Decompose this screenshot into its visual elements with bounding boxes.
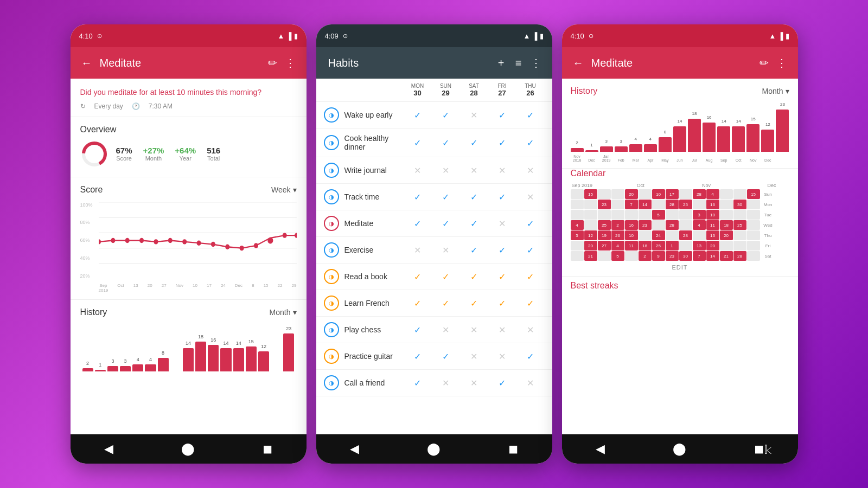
filter-icon-2[interactable]: ≡ — [510, 57, 527, 69]
check-3-0[interactable]: ✓ — [404, 192, 432, 202]
edit-icon-1[interactable]: ✏ — [264, 56, 282, 69]
habit-row-3[interactable]: ◑Track time✓✓✓✓✕ — [316, 184, 552, 210]
check-4-1[interactable]: ✓ — [432, 219, 460, 229]
back-btn-1[interactable]: ◀ — [104, 442, 113, 456]
check-0-4[interactable]: ✓ — [516, 110, 545, 120]
history-dropdown-3[interactable]: Month ▾ — [762, 87, 789, 95]
habit-row-10[interactable]: ◑Call a friend✓✕✕✓✕ — [316, 370, 552, 396]
check-1-0[interactable]: ✓ — [404, 138, 432, 148]
home-btn-2[interactable]: ⬤ — [427, 442, 441, 456]
check-10-4[interactable]: ✕ — [516, 378, 545, 388]
check-1-4[interactable]: ✓ — [516, 138, 545, 148]
back-icon-1[interactable]: ← — [78, 57, 95, 69]
habit-row-6[interactable]: ◑Read a book✓✓✓✓✓ — [316, 264, 552, 290]
check-2-2[interactable]: ✕ — [460, 165, 488, 176]
num-mon: 30 — [404, 89, 432, 97]
back-btn-2[interactable]: ◀ — [350, 442, 359, 456]
habit-row-9[interactable]: ◑Practice guitar✓✓✕✕✓ — [316, 343, 552, 370]
check-6-3[interactable]: ✓ — [488, 272, 516, 282]
check-3-4[interactable]: ✕ — [516, 192, 545, 202]
check-5-1[interactable]: ✕ — [432, 245, 460, 255]
check-3-3[interactable]: ✓ — [488, 192, 516, 202]
check-4-2[interactable]: ✓ — [460, 219, 488, 229]
habit-row-2[interactable]: ◑Write journal✕✕✕✕✕ — [316, 157, 552, 184]
check-4-0[interactable]: ✓ — [404, 219, 432, 229]
check-9-3[interactable]: ✕ — [488, 351, 516, 362]
check-5-3[interactable]: ✓ — [488, 245, 516, 255]
check-2-1[interactable]: ✕ — [432, 165, 460, 176]
check-8-0[interactable]: ✓ — [404, 325, 432, 335]
check-1-3[interactable]: ✓ — [488, 138, 516, 148]
more-icon-1[interactable]: ⋮ — [282, 56, 299, 69]
habit-row-4[interactable]: ◑Meditate✓✓✓✕✓ — [316, 210, 552, 237]
history-dropdown[interactable]: Month ▾ — [270, 308, 297, 317]
check-6-1[interactable]: ✓ — [432, 272, 460, 282]
more-icon-3[interactable]: ⋮ — [773, 56, 790, 69]
check-2-4[interactable]: ✕ — [516, 165, 545, 176]
check-9-4[interactable]: ✓ — [516, 351, 545, 362]
check-8-1[interactable]: ✕ — [432, 325, 460, 335]
phone-3: 4:10 ⊙ ▲ ▐ ▮ ← Meditate ✏ ⋮ History Mont… — [562, 24, 798, 464]
check-1-1[interactable]: ✓ — [432, 138, 460, 148]
check-10-2[interactable]: ✕ — [460, 378, 488, 388]
check-4-4[interactable]: ✓ — [516, 219, 545, 229]
check-10-1[interactable]: ✕ — [432, 378, 460, 388]
stat-total: 516 Total — [207, 146, 220, 162]
cal-cell-1-4: 7 — [625, 200, 638, 209]
home-btn-3[interactable]: ⬤ — [673, 442, 686, 456]
edit-icon-3[interactable]: ✏ — [756, 56, 773, 69]
habit-row-8[interactable]: ◑Play chess✓✕✕✕✕ — [316, 317, 552, 343]
check-5-4[interactable]: ✓ — [516, 245, 545, 255]
check-2-0[interactable]: ✕ — [404, 165, 432, 176]
check-6-4[interactable]: ✓ — [516, 272, 545, 282]
check-9-1[interactable]: ✓ — [432, 351, 460, 362]
back-btn-3[interactable]: ◀ — [596, 442, 605, 456]
check-3-1[interactable]: ✓ — [432, 192, 460, 202]
check-0-3[interactable]: ✓ — [488, 110, 516, 120]
habit-row-5[interactable]: ◑Exercise✕✕✓✓✓ — [316, 237, 552, 264]
check-2-3[interactable]: ✕ — [488, 165, 516, 176]
check-5-0[interactable]: ✕ — [404, 245, 432, 255]
check-8-4[interactable]: ✕ — [516, 325, 545, 335]
home-btn-1[interactable]: ⬤ — [181, 442, 195, 456]
cal-cell-3-6 — [652, 220, 665, 230]
check-7-1[interactable]: ✓ — [432, 298, 460, 309]
check-6-2[interactable]: ✓ — [460, 272, 488, 282]
check-1-2[interactable]: ✓ — [460, 138, 488, 148]
back-icon-3[interactable]: ← — [570, 57, 587, 69]
check-7-4[interactable]: ✓ — [516, 298, 545, 309]
check-5-2[interactable]: ✓ — [460, 245, 488, 255]
check-10-3[interactable]: ✓ — [488, 378, 516, 388]
check-0-2[interactable]: ✕ — [460, 110, 488, 120]
history-section-1: History Month ▾ 21334481418161414151223 — [71, 300, 307, 376]
edit-button[interactable]: EDIT — [571, 264, 789, 271]
check-3-2[interactable]: ✓ — [460, 192, 488, 202]
check-6-0[interactable]: ✓ — [404, 272, 432, 282]
check-9-0[interactable]: ✓ — [404, 351, 432, 362]
recent-btn-1[interactable]: ◼ — [263, 442, 272, 456]
check-7-2[interactable]: ✓ — [460, 298, 488, 309]
more-icon-2[interactable]: ⋮ — [527, 56, 545, 69]
check-8-2[interactable]: ✕ — [460, 325, 488, 335]
cal-row-2: 5310Tue — [571, 210, 789, 220]
checkmark: ✓ — [470, 219, 477, 228]
score-dropdown[interactable]: Week ▾ — [271, 185, 297, 194]
check-9-2[interactable]: ✕ — [460, 351, 488, 362]
check-8-3[interactable]: ✕ — [488, 325, 516, 335]
cross: ✕ — [442, 378, 449, 388]
check-10-0[interactable]: ✓ — [404, 378, 432, 388]
habit-row-1[interactable]: ◑Cook healthy dinner✓✓✓✓✓ — [316, 129, 552, 157]
check-4-3[interactable]: ✕ — [488, 219, 516, 229]
add-icon-2[interactable]: + — [493, 57, 510, 69]
check-7-0[interactable]: ✓ — [404, 298, 432, 309]
recent-btn-3[interactable]: ◼ 𝕜 — [754, 442, 764, 456]
checkmark: ✓ — [527, 138, 534, 147]
check-0-0[interactable]: ✓ — [404, 110, 432, 120]
month-Oct: Oct — [637, 183, 702, 188]
cal-cell-0-7: 17 — [666, 189, 679, 199]
recent-btn-2[interactable]: ◼ — [508, 442, 518, 456]
habit-row-7[interactable]: ◑Learn French✓✓✓✓✓ — [316, 290, 552, 317]
check-7-3[interactable]: ✓ — [488, 298, 516, 309]
check-0-1[interactable]: ✓ — [432, 110, 460, 120]
habit-row-0[interactable]: ◑Wake up early✓✓✕✓✓ — [316, 102, 552, 129]
